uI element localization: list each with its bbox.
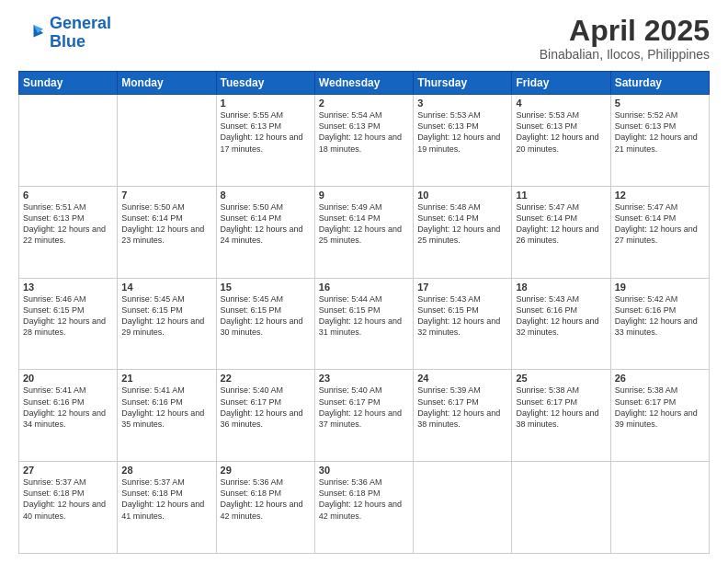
day-number: 17: [417, 282, 507, 293]
calendar-day-cell: 24Sunrise: 5:39 AMSunset: 6:17 PMDayligh…: [414, 370, 512, 462]
calendar-day-cell: 10Sunrise: 5:48 AMSunset: 6:14 PMDayligh…: [414, 186, 512, 278]
day-number: 26: [615, 373, 705, 384]
calendar-week-row: 1Sunrise: 5:55 AMSunset: 6:13 PMDaylight…: [19, 95, 710, 187]
day-info: Sunrise: 5:47 AMSunset: 6:14 PMDaylight:…: [615, 201, 705, 247]
calendar-day-cell: 3Sunrise: 5:53 AMSunset: 6:13 PMDaylight…: [414, 95, 512, 187]
day-number: 24: [417, 373, 507, 384]
weekday-header-cell: Monday: [118, 72, 216, 95]
calendar-day-cell: 21Sunrise: 5:41 AMSunset: 6:16 PMDayligh…: [118, 370, 216, 462]
month-title: April 2025: [540, 15, 710, 47]
header: General Blue April 2025 Binabalian, Iloc…: [18, 15, 710, 62]
day-number: 16: [319, 282, 409, 293]
calendar-body: 1Sunrise: 5:55 AMSunset: 6:13 PMDaylight…: [19, 95, 710, 554]
calendar-day-cell: 4Sunrise: 5:53 AMSunset: 6:13 PMDaylight…: [512, 95, 610, 187]
day-info: Sunrise: 5:50 AMSunset: 6:14 PMDaylight:…: [121, 201, 211, 247]
day-number: 8: [221, 190, 311, 201]
calendar-day-cell: 9Sunrise: 5:49 AMSunset: 6:14 PMDaylight…: [314, 186, 413, 278]
calendar-day-cell: 8Sunrise: 5:50 AMSunset: 6:14 PMDaylight…: [216, 186, 314, 278]
day-number: 2: [319, 98, 409, 109]
calendar-day-cell: 27Sunrise: 5:37 AMSunset: 6:18 PMDayligh…: [19, 462, 118, 554]
day-number: 19: [615, 282, 705, 293]
day-number: 27: [23, 465, 113, 476]
weekday-header-cell: Friday: [512, 72, 610, 95]
weekday-header-row: SundayMondayTuesdayWednesdayThursdayFrid…: [19, 72, 710, 95]
calendar-day-cell: [118, 95, 216, 187]
day-info: Sunrise: 5:40 AMSunset: 6:17 PMDaylight:…: [221, 385, 311, 430]
day-number: 13: [23, 282, 113, 293]
day-number: 3: [417, 98, 507, 109]
day-info: Sunrise: 5:50 AMSunset: 6:14 PMDaylight:…: [221, 201, 311, 247]
day-number: 11: [516, 190, 606, 201]
calendar-day-cell: 6Sunrise: 5:51 AMSunset: 6:13 PMDaylight…: [19, 186, 118, 278]
day-info: Sunrise: 5:36 AMSunset: 6:18 PMDaylight:…: [221, 477, 311, 522]
calendar-day-cell: 16Sunrise: 5:44 AMSunset: 6:15 PMDayligh…: [314, 278, 413, 370]
day-info: Sunrise: 5:41 AMSunset: 6:16 PMDaylight:…: [23, 385, 113, 430]
day-number: 10: [417, 190, 507, 201]
day-number: 6: [23, 190, 113, 201]
day-info: Sunrise: 5:43 AMSunset: 6:15 PMDaylight:…: [417, 293, 507, 339]
day-number: 22: [221, 373, 311, 384]
calendar-day-cell: 28Sunrise: 5:37 AMSunset: 6:18 PMDayligh…: [118, 462, 216, 554]
weekday-header-cell: Wednesday: [314, 72, 413, 95]
calendar-day-cell: 20Sunrise: 5:41 AMSunset: 6:16 PMDayligh…: [19, 370, 118, 462]
day-info: Sunrise: 5:39 AMSunset: 6:17 PMDaylight:…: [417, 385, 507, 430]
day-info: Sunrise: 5:38 AMSunset: 6:17 PMDaylight:…: [615, 385, 705, 430]
day-number: 28: [121, 465, 211, 476]
calendar-day-cell: [512, 462, 610, 554]
day-info: Sunrise: 5:45 AMSunset: 6:15 PMDaylight:…: [221, 293, 311, 339]
day-number: 1: [221, 98, 311, 109]
calendar-week-row: 6Sunrise: 5:51 AMSunset: 6:13 PMDaylight…: [19, 186, 710, 278]
day-info: Sunrise: 5:51 AMSunset: 6:13 PMDaylight:…: [23, 201, 113, 247]
calendar-day-cell: 15Sunrise: 5:45 AMSunset: 6:15 PMDayligh…: [216, 278, 314, 370]
calendar-day-cell: 25Sunrise: 5:38 AMSunset: 6:17 PMDayligh…: [512, 370, 610, 462]
weekday-header-cell: Tuesday: [216, 72, 314, 95]
logo-text: General Blue: [50, 15, 111, 52]
day-number: 18: [516, 282, 606, 293]
calendar-week-row: 27Sunrise: 5:37 AMSunset: 6:18 PMDayligh…: [19, 462, 710, 554]
day-info: Sunrise: 5:46 AMSunset: 6:15 PMDaylight:…: [23, 293, 113, 339]
weekday-header-cell: Saturday: [610, 72, 709, 95]
calendar-table: SundayMondayTuesdayWednesdayThursdayFrid…: [18, 71, 710, 554]
calendar-day-cell: 30Sunrise: 5:36 AMSunset: 6:18 PMDayligh…: [314, 462, 413, 554]
day-info: Sunrise: 5:40 AMSunset: 6:17 PMDaylight:…: [319, 385, 409, 430]
day-number: 25: [516, 373, 606, 384]
calendar-day-cell: 22Sunrise: 5:40 AMSunset: 6:17 PMDayligh…: [216, 370, 314, 462]
calendar-week-row: 13Sunrise: 5:46 AMSunset: 6:15 PMDayligh…: [19, 278, 710, 370]
day-number: 20: [23, 373, 113, 384]
weekday-header-cell: Sunday: [19, 72, 118, 95]
logo-icon: [18, 19, 46, 47]
day-info: Sunrise: 5:38 AMSunset: 6:17 PMDaylight:…: [516, 385, 606, 430]
calendar-day-cell: 17Sunrise: 5:43 AMSunset: 6:15 PMDayligh…: [414, 278, 512, 370]
calendar-day-cell: 19Sunrise: 5:42 AMSunset: 6:16 PMDayligh…: [610, 278, 709, 370]
page: General Blue April 2025 Binabalian, Iloc…: [0, 0, 728, 563]
calendar-day-cell: 29Sunrise: 5:36 AMSunset: 6:18 PMDayligh…: [216, 462, 314, 554]
calendar-day-cell: 14Sunrise: 5:45 AMSunset: 6:15 PMDayligh…: [118, 278, 216, 370]
weekday-header-cell: Thursday: [414, 72, 512, 95]
day-info: Sunrise: 5:52 AMSunset: 6:13 PMDaylight:…: [615, 109, 705, 155]
day-number: 29: [221, 465, 311, 476]
day-number: 5: [615, 98, 705, 109]
day-info: Sunrise: 5:43 AMSunset: 6:16 PMDaylight:…: [516, 293, 606, 339]
calendar-day-cell: 12Sunrise: 5:47 AMSunset: 6:14 PMDayligh…: [610, 186, 709, 278]
day-number: 7: [121, 190, 211, 201]
calendar-day-cell: 11Sunrise: 5:47 AMSunset: 6:14 PMDayligh…: [512, 186, 610, 278]
day-info: Sunrise: 5:49 AMSunset: 6:14 PMDaylight:…: [319, 201, 409, 247]
calendar-day-cell: 2Sunrise: 5:54 AMSunset: 6:13 PMDaylight…: [314, 95, 413, 187]
calendar-day-cell: [19, 95, 118, 187]
day-info: Sunrise: 5:53 AMSunset: 6:13 PMDaylight:…: [516, 109, 606, 155]
day-number: 21: [121, 373, 211, 384]
day-info: Sunrise: 5:45 AMSunset: 6:15 PMDaylight:…: [121, 293, 211, 339]
calendar-week-row: 20Sunrise: 5:41 AMSunset: 6:16 PMDayligh…: [19, 370, 710, 462]
day-info: Sunrise: 5:47 AMSunset: 6:14 PMDaylight:…: [516, 201, 606, 247]
day-number: 15: [221, 282, 311, 293]
header-right: April 2025 Binabalian, Ilocos, Philippin…: [540, 15, 710, 62]
calendar-day-cell: 18Sunrise: 5:43 AMSunset: 6:16 PMDayligh…: [512, 278, 610, 370]
day-info: Sunrise: 5:37 AMSunset: 6:18 PMDaylight:…: [23, 477, 113, 522]
day-number: 23: [319, 373, 409, 384]
calendar-day-cell: [610, 462, 709, 554]
day-number: 14: [121, 282, 211, 293]
day-number: 4: [516, 98, 606, 109]
location: Binabalian, Ilocos, Philippines: [540, 47, 710, 62]
day-number: 30: [319, 465, 409, 476]
day-number: 9: [319, 190, 409, 201]
